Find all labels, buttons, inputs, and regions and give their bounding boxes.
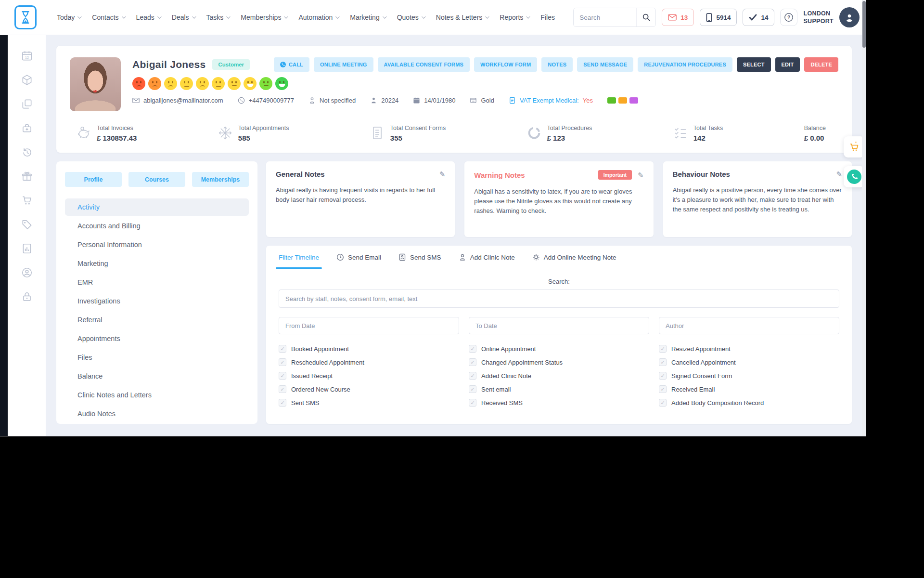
tab-memberships[interactable]: Memberships bbox=[192, 172, 249, 187]
workflow-form-button[interactable]: WORKFLOW FORM bbox=[474, 57, 537, 72]
nav-deals[interactable]: Deals bbox=[172, 13, 195, 21]
tab-send-sms[interactable]: Send SMS bbox=[398, 246, 441, 269]
author-input[interactable] bbox=[659, 317, 839, 334]
label-chip-purple[interactable] bbox=[629, 97, 638, 104]
call-button[interactable]: CALL bbox=[274, 57, 309, 72]
nav-marketing[interactable]: Marketing bbox=[350, 13, 385, 21]
notes-button[interactable]: NOTES bbox=[541, 57, 573, 72]
filter-received-email[interactable]: ✓Received Email bbox=[659, 385, 839, 393]
label-chip-orange[interactable] bbox=[618, 97, 627, 104]
filter-rescheduled-appointment[interactable]: ✓Rescheduled Appointment bbox=[279, 358, 459, 366]
label-chip-green[interactable] bbox=[607, 97, 616, 104]
tab-profile[interactable]: Profile bbox=[65, 172, 122, 187]
menu-item-balance[interactable]: Balance bbox=[65, 368, 249, 385]
menu-item-activity[interactable]: Activity bbox=[65, 198, 249, 216]
timeline-search-input[interactable] bbox=[279, 289, 839, 308]
nav-today[interactable]: Today bbox=[57, 13, 80, 21]
send-message-button[interactable]: SEND MESSAGE bbox=[577, 57, 633, 72]
calendar-icon[interactable]: 12 bbox=[21, 50, 33, 62]
search-button[interactable] bbox=[636, 8, 655, 26]
nav-contacts[interactable]: Contacts bbox=[92, 13, 124, 21]
filter-ordered-new-course[interactable]: ✓Ordered New Course bbox=[279, 385, 459, 393]
cart-icon[interactable] bbox=[21, 194, 33, 207]
client-circle-icon[interactable] bbox=[21, 266, 33, 279]
user-avatar[interactable] bbox=[839, 7, 860, 27]
profile-photo[interactable] bbox=[70, 57, 121, 111]
mood-emoji[interactable] bbox=[148, 77, 161, 90]
available-consent-forms-button[interactable]: AVAILABLE CONSENT FORMS bbox=[378, 57, 470, 72]
select-button[interactable]: SELECT bbox=[737, 57, 771, 72]
gift-icon[interactable] bbox=[21, 170, 33, 183]
lock-icon[interactable] bbox=[21, 290, 33, 303]
nav-notes-letters[interactable]: Notes & Letters bbox=[436, 13, 488, 21]
nav-files[interactable]: Files bbox=[540, 13, 555, 21]
menu-item-accounts-and-billing[interactable]: Accounts and Billing bbox=[65, 217, 249, 235]
mail-badge[interactable]: 13 bbox=[662, 9, 694, 26]
online-meeting-button[interactable]: ONLINE MEETING bbox=[314, 57, 373, 72]
filter-received-sms[interactable]: ✓Received SMS bbox=[469, 399, 649, 407]
filter-online-appointment[interactable]: ✓Online Appointment bbox=[469, 345, 649, 353]
filter-cancelled-appointment[interactable]: ✓Cancelled Appointment bbox=[659, 358, 839, 366]
search-input[interactable] bbox=[574, 8, 636, 26]
filter-sent-email[interactable]: ✓Sent email bbox=[469, 385, 649, 393]
mood-emoji[interactable] bbox=[275, 77, 288, 90]
tab-filter-timeline[interactable]: Filter Timeline bbox=[279, 246, 319, 269]
filter-sent-sms[interactable]: ✓Sent SMS bbox=[279, 399, 459, 407]
filter-changed-appointment-status[interactable]: ✓Changed Appointment Status bbox=[469, 358, 649, 366]
tab-add-clinic-note[interactable]: Add Clinic Note bbox=[459, 246, 515, 269]
scrollbar-thumb[interactable] bbox=[862, 1, 866, 48]
nav-reports[interactable]: Reports bbox=[500, 13, 529, 21]
nav-automation[interactable]: Automation bbox=[298, 13, 338, 21]
filter-resized-appointment[interactable]: ✓Resized Appointment bbox=[659, 345, 839, 353]
nav-quotes[interactable]: Quotes bbox=[397, 13, 424, 21]
mood-emoji[interactable] bbox=[259, 77, 272, 90]
edit-button[interactable]: EDIT bbox=[775, 57, 800, 72]
package-icon[interactable] bbox=[21, 74, 33, 86]
app-logo[interactable] bbox=[14, 5, 37, 29]
tag-icon[interactable] bbox=[21, 218, 33, 231]
mood-emoji[interactable] bbox=[244, 77, 257, 90]
phone-badge[interactable]: 5914 bbox=[700, 9, 737, 26]
tab-add-online-meeting-note[interactable]: Add Online Meeting Note bbox=[532, 246, 616, 269]
from-date-input[interactable] bbox=[279, 317, 459, 334]
rejuvenation-procedures-button[interactable]: REJUVENATION PROCEDURES bbox=[638, 57, 732, 72]
filter-signed-consent-form[interactable]: ✓Signed Consent Form bbox=[659, 372, 839, 380]
menu-item-personal-information[interactable]: Personal Information bbox=[65, 236, 249, 253]
menu-item-emr[interactable]: EMR bbox=[65, 274, 249, 291]
menu-item-referral[interactable]: Referral bbox=[65, 311, 249, 328]
filter-issued-receipt[interactable]: ✓Issued Receipt bbox=[279, 372, 459, 380]
menu-item-investigations[interactable]: Investigations bbox=[65, 292, 249, 310]
mood-emoji[interactable] bbox=[228, 77, 241, 90]
nav-memberships[interactable]: Memberships bbox=[241, 13, 287, 21]
help-button[interactable]: ? bbox=[780, 9, 797, 26]
edit-pencil-icon[interactable]: ✎ bbox=[439, 171, 446, 178]
menu-item-appointments[interactable]: Appointments bbox=[65, 330, 249, 347]
history-icon[interactable] bbox=[21, 146, 33, 158]
tab-send-email[interactable]: Send Email bbox=[336, 246, 381, 269]
filter-added-clinic-note[interactable]: ✓Added Clinic Note bbox=[469, 372, 649, 380]
menu-item-audio-notes[interactable]: Audio Notes bbox=[65, 405, 249, 422]
filter-added-body-composition-record[interactable]: ✓Added Body Composition Record bbox=[659, 399, 839, 407]
report-icon[interactable] bbox=[21, 242, 33, 255]
vat-exempt-field[interactable]: VAT Exempt Medical: Yes bbox=[509, 97, 593, 104]
tasks-badge[interactable]: 14 bbox=[743, 9, 774, 26]
till-icon[interactable] bbox=[21, 122, 33, 134]
phone-field[interactable]: +447490009777 bbox=[238, 97, 294, 104]
mood-emoji[interactable] bbox=[196, 77, 209, 90]
nav-tasks[interactable]: Tasks bbox=[206, 13, 230, 21]
copy-icon[interactable] bbox=[21, 98, 33, 110]
tab-courses[interactable]: Courses bbox=[128, 172, 185, 187]
edit-pencil-icon[interactable]: ✎ bbox=[836, 171, 842, 178]
to-date-input[interactable] bbox=[469, 317, 649, 334]
filter-booked-appointment[interactable]: ✓Booked Appointment bbox=[279, 345, 459, 353]
nav-leads[interactable]: Leads bbox=[136, 13, 160, 21]
delete-button[interactable]: DELETE bbox=[804, 57, 838, 72]
email-field[interactable]: abigailjones@mailinator.com bbox=[132, 97, 223, 104]
page-scrollbar[interactable] bbox=[862, 0, 866, 436]
menu-item-clinic-notes-and-letters[interactable]: Clinic Notes and Letters bbox=[65, 386, 249, 404]
mood-emoji[interactable] bbox=[212, 77, 225, 90]
mood-emoji[interactable] bbox=[132, 77, 145, 90]
mood-emoji[interactable] bbox=[164, 77, 177, 90]
edit-pencil-icon[interactable]: ✎ bbox=[638, 171, 644, 179]
menu-item-marketing[interactable]: Marketing bbox=[65, 255, 249, 272]
